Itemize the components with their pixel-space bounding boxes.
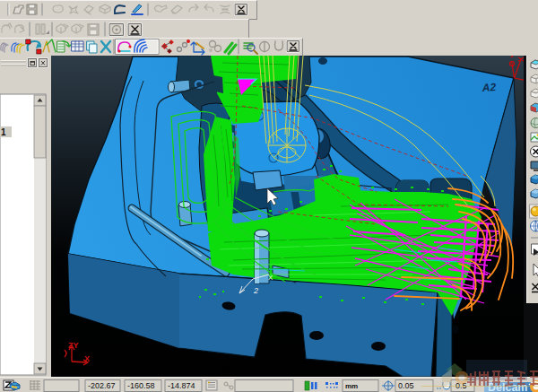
svg-text:1: 1 — [1, 127, 6, 137]
svg-text:-202.67: -202.67 — [88, 381, 116, 390]
svg-text:mm: mm — [345, 382, 358, 390]
svg-text:-14.874: -14.874 — [168, 381, 195, 390]
svg-text:A2: A2 — [481, 81, 497, 94]
svg-text:X: X — [268, 274, 273, 282]
svg-text:0.05: 0.05 — [398, 381, 414, 390]
svg-text:-160.58: -160.58 — [127, 381, 155, 390]
svg-text:X: X — [84, 354, 90, 363]
svg-text:ZY: ZY — [68, 341, 79, 350]
svg-text:2: 2 — [253, 286, 258, 295]
